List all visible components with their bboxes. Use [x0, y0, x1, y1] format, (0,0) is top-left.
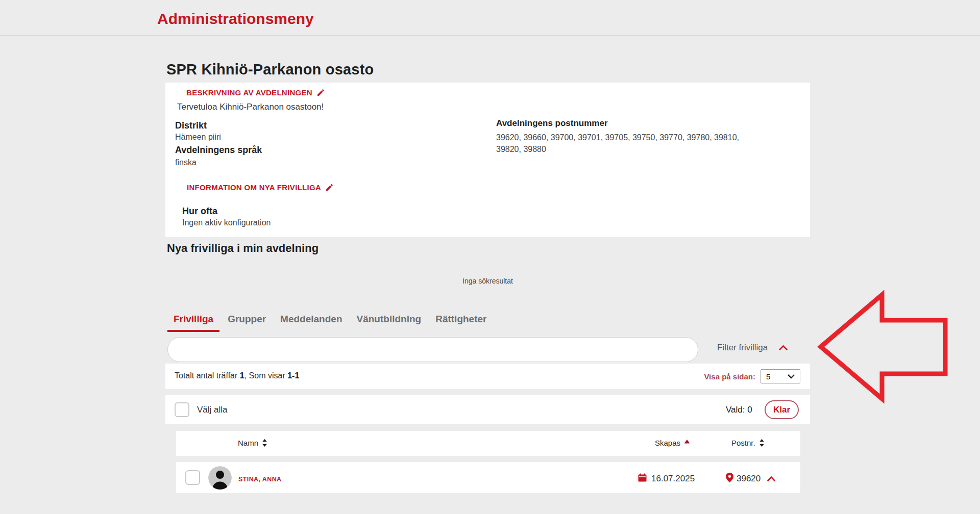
- tab-bar: Frivilliga Grupper Meddelanden Vänutbild…: [167, 313, 493, 332]
- selected-count: 0: [747, 405, 752, 415]
- red-arrow-left: [796, 270, 970, 423]
- district-label: Distrikt: [175, 120, 207, 131]
- no-results-text: Inga sökresultat: [165, 277, 810, 285]
- edit-description-button[interactable]: BESKRIVNING AV AVDELNINGEN: [186, 88, 325, 97]
- sort-updown-icon: [262, 439, 267, 447]
- results-bar: Totalt antal träffar 1, Som visar 1-1 Vi…: [165, 364, 810, 389]
- search-input[interactable]: [167, 337, 698, 362]
- tab-grupper[interactable]: Grupper: [222, 313, 272, 332]
- edit-new-volunteers-info-button[interactable]: INFORMATION OM NYA FRIVILLIGA: [187, 183, 334, 192]
- column-header-created[interactable]: Skapas: [655, 439, 690, 447]
- volunteer-name-link[interactable]: STINA, ANNA: [238, 476, 282, 483]
- tab-meddelanden[interactable]: Meddelanden: [274, 313, 348, 332]
- select-all-bar: Välj alla Vald: 0 Klar: [165, 395, 810, 424]
- created-date: 16.07.2025: [651, 474, 695, 484]
- per-page-value: 5: [766, 372, 770, 381]
- postal-label: Avdelningens postnummer: [496, 118, 782, 128]
- description-section-label: BESKRIVNING AV AVDELNINGEN: [186, 88, 312, 97]
- sort-up-icon: [684, 440, 690, 444]
- filter-label: Filter frivilliga: [717, 343, 768, 353]
- tab-rattigheter[interactable]: Rättigheter: [429, 313, 493, 332]
- page-title: Administrationsmeny: [157, 10, 314, 28]
- person-avatar-icon: [208, 466, 232, 490]
- table-header: Namn Skapas Postnr.: [176, 431, 800, 456]
- column-header-name[interactable]: Namn: [238, 439, 267, 447]
- location-pin-icon: [726, 473, 733, 482]
- results-total: 1: [240, 371, 244, 380]
- chevron-up-icon: [767, 476, 775, 481]
- tab-vanutbildning[interactable]: Vänutbildning: [351, 313, 428, 332]
- postal-code-value: 39620: [737, 474, 761, 484]
- top-bar: Administrationsmeny: [0, 0, 980, 36]
- frequency-value: Ingen aktiv konfiguration: [182, 218, 271, 227]
- column-header-postal[interactable]: Postnr.: [731, 439, 765, 447]
- language-value: finska: [175, 158, 197, 167]
- results-summary: Totalt antal träffar 1, Som visar 1-1: [175, 371, 299, 380]
- welcome-text: Tervetuloa Kihniö-Parkanon osastoon!: [177, 102, 324, 112]
- done-button[interactable]: Klar: [765, 400, 799, 419]
- table-row: STINA, ANNA 16.07.2025 39620: [176, 462, 800, 493]
- per-page-control: Visa på sidan: 5: [704, 369, 800, 383]
- language-label: Avdelningens språk: [175, 145, 262, 156]
- info-section-label: INFORMATION OM NYA FRIVILLIGA: [187, 183, 321, 192]
- pencil-icon: [325, 183, 334, 192]
- row-collapse-toggle[interactable]: [767, 476, 775, 481]
- admin-page: Administrationsmeny SPR Kihniö-Parkanon …: [0, 0, 980, 514]
- per-page-select[interactable]: 5: [761, 369, 800, 383]
- tab-frivilliga[interactable]: Frivilliga: [167, 313, 219, 332]
- postal-value: 39620, 39660, 39700, 39701, 39705, 39750…: [496, 132, 762, 155]
- department-title: SPR Kihniö-Parkanon osasto: [166, 61, 374, 78]
- calendar-icon: [638, 473, 647, 482]
- department-card: BESKRIVNING AV AVDELNINGEN Tervetuloa Ki…: [165, 83, 810, 237]
- chevron-up-icon: [779, 345, 788, 350]
- results-showing: 1-1: [287, 371, 299, 380]
- selected-count-text: Vald: 0: [726, 405, 752, 415]
- volunteers-heading: Nya frivilliga i min avdelning: [167, 242, 318, 255]
- filter-toggle[interactable]: Filter frivilliga: [717, 343, 788, 353]
- per-page-label: Visa på sidan:: [704, 372, 755, 381]
- select-all-label: Välj alla: [197, 405, 228, 415]
- frequency-label: Hur ofta: [182, 206, 217, 217]
- chevron-down-icon: [788, 374, 795, 379]
- row-checkbox[interactable]: [185, 470, 200, 485]
- pencil-icon: [316, 88, 325, 97]
- select-all-checkbox[interactable]: [175, 402, 189, 417]
- district-value: Hämeen piiri: [175, 133, 221, 142]
- sort-updown-icon: [759, 439, 765, 447]
